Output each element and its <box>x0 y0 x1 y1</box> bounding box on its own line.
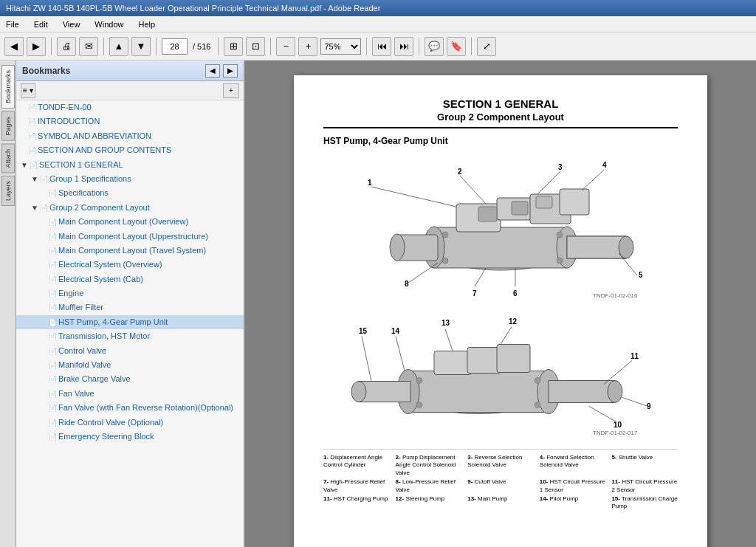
tab-attachments[interactable]: Attach <box>1 144 15 173</box>
tree-item-fan-reverse[interactable]: 📄Fan Valve (with Fan Reverse Rotation)(O… <box>16 401 244 415</box>
tree-item-elec-overview[interactable]: 📄Electrical System (Overview) <box>16 258 244 272</box>
menu-help[interactable]: Help <box>135 18 158 30</box>
tab-bookmarks[interactable]: Bookmarks <box>1 65 15 109</box>
expand-icon-group1-spec[interactable]: ▼ <box>31 174 38 185</box>
prev-page-btn[interactable]: ▲ <box>109 37 128 56</box>
legend-item: 11- HST Circuit Pressure 2 Sensor <box>611 478 678 494</box>
bookmark-icon-engine: 📄 <box>49 289 57 299</box>
tree-item-elec-cab[interactable]: 📄Electrical System (Cab) <box>16 272 244 286</box>
svg-text:11: 11 <box>630 352 639 360</box>
tree-label-group2-layout: Group 2 Component Layout <box>49 202 241 213</box>
fullscreen-btn[interactable]: ⤢ <box>477 37 496 56</box>
svg-rect-38 <box>408 371 549 413</box>
last-page-btn[interactable]: ⏭ <box>394 37 413 56</box>
bookmark-icon-specifications: 📄 <box>49 189 57 199</box>
tree-item-ride-control[interactable]: 📄Ride Control Valve (Optional) <box>16 416 244 430</box>
first-page-btn[interactable]: ⏮ <box>372 37 391 56</box>
tree-item-trans-hst[interactable]: 📄Transmission, HST Motor <box>16 329 244 343</box>
stamp-btn[interactable]: 🔖 <box>447 37 466 56</box>
email-btn[interactable]: ✉ <box>79 37 98 56</box>
bookmark-icon-elec-cab: 📄 <box>49 275 57 285</box>
sidebar-options-btn[interactable]: ▶ <box>223 64 238 78</box>
zoom-select[interactable]: 75% 100% 125% 150% <box>320 38 361 55</box>
tree-item-control-valve[interactable]: 📄Control Valve <box>16 344 244 358</box>
tree-item-main-travel[interactable]: 📄Main Component Layout (Travel System) <box>16 244 244 258</box>
tree-item-intro[interactable]: 📄INTRODUCTION <box>16 114 244 128</box>
svg-text:6: 6 <box>513 289 518 297</box>
svg-rect-18 <box>512 202 528 215</box>
tree-item-specifications[interactable]: 📄Specifications <box>16 186 244 200</box>
tree-item-group1-spec[interactable]: ▼📄Group 1 Specifications <box>16 172 244 186</box>
menu-window[interactable]: Window <box>92 18 126 30</box>
svg-text:3: 3 <box>558 163 563 171</box>
tree-item-tondf[interactable]: 📄TONDF-EN-00 <box>16 100 244 114</box>
tree-label-specifications: Specifications <box>58 188 241 199</box>
sidebar-collapse-btn[interactable]: ◀ <box>205 64 220 78</box>
menu-view[interactable]: View <box>60 18 83 30</box>
tree-item-fan-valve[interactable]: 📄Fan Valve <box>16 387 244 401</box>
svg-line-23 <box>582 170 604 190</box>
legend-item: 12- Steering Pump <box>396 495 462 511</box>
svg-line-52 <box>362 337 371 382</box>
zoom-fit-width-btn[interactable]: ⊞ <box>224 37 243 56</box>
diagram-bottom: 15 14 13 12 11 10 9 TNDF-01-02-017 <box>331 309 670 441</box>
expand-icon-group2-layout[interactable]: ▼ <box>31 203 38 213</box>
svg-rect-47 <box>497 345 530 373</box>
forward-btn[interactable]: ▶ <box>27 37 46 56</box>
tab-pages[interactable]: Pages <box>1 111 15 141</box>
tab-layers[interactable]: Layers <box>1 176 15 206</box>
bookmark-icon-brake-charge: 📄 <box>49 375 57 385</box>
page-input[interactable] <box>162 38 188 55</box>
bookmark-icon-emergency-steer: 📄 <box>49 433 57 442</box>
zoom-fit-page-btn[interactable]: ⊡ <box>246 37 265 56</box>
tree-label-trans-hst: Transmission, HST Motor <box>58 331 241 342</box>
tree-item-muffler[interactable]: 📄Muffler Filter <box>16 300 244 314</box>
zoom-out-btn[interactable]: − <box>276 37 295 56</box>
tree-item-manifold-valve[interactable]: 📄Manifold Valve <box>16 358 244 372</box>
tree-item-main-upper[interactable]: 📄Main Component Layout (Upperstructure) <box>16 230 244 244</box>
svg-text:13: 13 <box>441 319 450 327</box>
content-area[interactable]: SECTION 1 GENERAL Group 2 Component Layo… <box>245 61 756 547</box>
tree-item-section1[interactable]: ▼📄SECTION 1 GENERAL <box>16 158 244 172</box>
svg-line-27 <box>408 263 438 283</box>
bookmark-icon-fan-reverse: 📄 <box>49 404 57 413</box>
tree-item-hst-pump[interactable]: 📄HST Pump, 4-Gear Pump Unit <box>16 315 244 329</box>
bookmark-icon-tondf: 📄 <box>28 103 36 113</box>
bookmark-icon-group2-layout: 📄 <box>40 204 48 213</box>
app-title: Hitachi ZW 140-5B 140PL-5B Wheel Loader … <box>6 4 380 13</box>
tree-item-section-group[interactable]: 📄SECTION AND GROUP CONTENTS <box>16 143 244 157</box>
legend-item: 7- High-Pressure Relief Valve <box>323 478 390 494</box>
tree-item-emergency-steer[interactable]: 📄Emergency Steering Block <box>16 430 244 444</box>
tree-label-main-overview: Main Component Layout (Overview) <box>58 216 241 227</box>
tree-item-main-overview[interactable]: 📄Main Component Layout (Overview) <box>16 215 244 229</box>
svg-text:14: 14 <box>391 327 400 335</box>
svg-rect-1 <box>434 227 567 268</box>
menu-file[interactable]: File <box>3 18 22 30</box>
tree-item-symbol[interactable]: 📄SYMBOL AND ABBREVIATION <box>16 129 244 143</box>
bookmark-icon-main-overview: 📄 <box>49 218 57 227</box>
legend-item: 3- Reverse Selection Solenoid Valve <box>467 454 534 477</box>
svg-point-14 <box>442 258 448 264</box>
menu-edit[interactable]: Edit <box>31 18 51 30</box>
tree-item-group2-layout[interactable]: ▼📄Group 2 Component Layout <box>16 201 244 215</box>
tree-item-engine[interactable]: 📄Engine <box>16 286 244 300</box>
sub-title: HST Pump, 4-Gear Pump Unit <box>323 136 678 146</box>
next-page-btn[interactable]: ▼ <box>131 37 151 56</box>
svg-text:TNDF-01-02-017: TNDF-01-02-017 <box>593 430 638 436</box>
tree-label-fan-valve: Fan Valve <box>58 388 241 399</box>
tree-item-brake-charge[interactable]: 📄Brake Charge Valve <box>16 372 244 386</box>
bookmark-view-dropdown[interactable]: ≡ ▾ <box>21 83 35 98</box>
bookmark-icon-intro: 📄 <box>28 117 36 127</box>
tree-label-intro: INTRODUCTION <box>38 116 241 127</box>
svg-line-20 <box>371 187 456 207</box>
comment-btn[interactable]: 💬 <box>425 37 444 56</box>
zoom-in-btn[interactable]: + <box>298 37 317 56</box>
expand-icon-section1[interactable]: ▼ <box>21 160 28 171</box>
back-btn[interactable]: ◀ <box>4 37 24 56</box>
svg-text:9: 9 <box>647 402 651 410</box>
tree-label-section1: SECTION 1 GENERAL <box>39 159 241 171</box>
title-bar: Hitachi ZW 140-5B 140PL-5B Wheel Loader … <box>0 0 756 16</box>
svg-rect-46 <box>467 348 501 374</box>
print-btn[interactable]: 🖨 <box>57 37 76 56</box>
bookmark-new-btn[interactable]: + <box>223 83 239 98</box>
